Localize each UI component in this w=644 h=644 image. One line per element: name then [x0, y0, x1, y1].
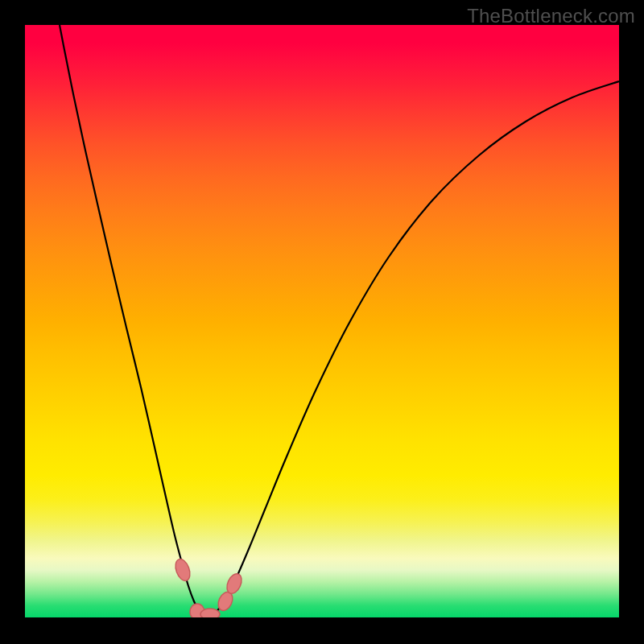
- left-curve: [60, 25, 208, 616]
- watermark-text: TheBottleneck.com: [467, 5, 635, 27]
- data-marker: [200, 609, 220, 617]
- plot-area: [25, 25, 619, 617]
- marker-group: [173, 557, 245, 617]
- curve-layer: [25, 25, 619, 617]
- right-curve: [208, 81, 619, 616]
- data-marker: [173, 557, 193, 583]
